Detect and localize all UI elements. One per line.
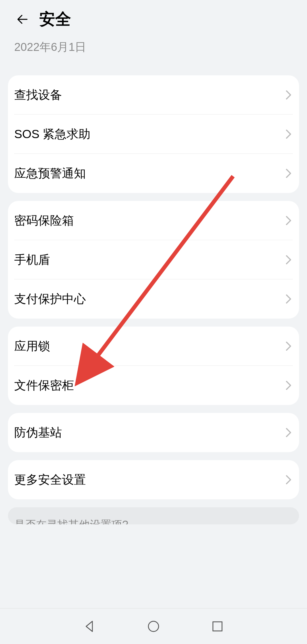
settings-group: 更多安全设置 [8, 460, 299, 499]
setting-item-app-lock[interactable]: 应用锁 [8, 327, 299, 366]
nav-back-button[interactable] [81, 618, 98, 635]
settings-group: 密码保险箱手机盾支付保护中心 [8, 201, 299, 319]
nav-recent-button[interactable] [209, 618, 226, 635]
svg-rect-1 [213, 622, 222, 631]
setting-item-phone-shield[interactable]: 手机盾 [8, 240, 299, 279]
chevron-right-icon [284, 295, 293, 303]
setting-item-label: 查找设备 [14, 87, 62, 103]
setting-item-label: 密码保险箱 [14, 213, 74, 228]
setting-item-emergency-alert[interactable]: 应急预警通知 [8, 154, 299, 193]
setting-item-label: SOS 紧急求助 [14, 126, 90, 142]
chevron-right-icon [284, 255, 293, 264]
setting-item-label: 文件保密柜 [14, 377, 74, 393]
setting-item-fake-base-station[interactable]: 防伪基站 [8, 413, 299, 452]
setting-item-password-vault[interactable]: 密码保险箱 [8, 201, 299, 240]
system-navbar [0, 608, 307, 644]
chevron-right-icon [284, 91, 293, 99]
page-date: 2022年6月1日 [14, 39, 293, 55]
settings-group: 防伪基站 [8, 413, 299, 452]
footer-card: 是否在寻找其他设置项? [8, 507, 299, 524]
settings-group: 查找设备SOS 紧急求助应急预警通知 [8, 75, 299, 193]
chevron-right-icon [284, 475, 293, 484]
chevron-right-icon [284, 169, 293, 178]
chevron-right-icon [284, 130, 293, 138]
setting-item-payment-protection[interactable]: 支付保护中心 [8, 279, 299, 319]
settings-list: 查找设备SOS 紧急求助应急预警通知密码保险箱手机盾支付保护中心应用锁文件保密柜… [0, 75, 307, 499]
page-title: 安全 [39, 9, 71, 30]
setting-item-sos-emergency[interactable]: SOS 紧急求助 [8, 115, 299, 154]
setting-item-label: 更多安全设置 [14, 472, 86, 488]
setting-item-label: 应急预警通知 [14, 165, 86, 181]
setting-item-find-device[interactable]: 查找设备 [8, 75, 299, 115]
header: 安全 2022年6月1日 [0, 0, 307, 55]
setting-item-label: 应用锁 [14, 338, 50, 354]
chevron-right-icon [284, 428, 293, 437]
settings-group: 应用锁文件保密柜 [8, 327, 299, 405]
setting-item-label: 支付保护中心 [14, 291, 86, 307]
chevron-right-icon [284, 342, 293, 350]
nav-home-button[interactable] [145, 618, 162, 635]
chevron-right-icon [284, 381, 293, 390]
svg-point-0 [148, 621, 159, 631]
setting-item-label: 手机盾 [14, 252, 50, 268]
chevron-right-icon [284, 216, 293, 225]
back-icon[interactable] [14, 11, 31, 28]
setting-item-file-safe[interactable]: 文件保密柜 [8, 366, 299, 405]
setting-item-more-security-settings[interactable]: 更多安全设置 [8, 460, 299, 499]
setting-item-label: 防伪基站 [14, 425, 62, 441]
footer-more-text: 是否在寻找其他设置项? [14, 518, 293, 524]
